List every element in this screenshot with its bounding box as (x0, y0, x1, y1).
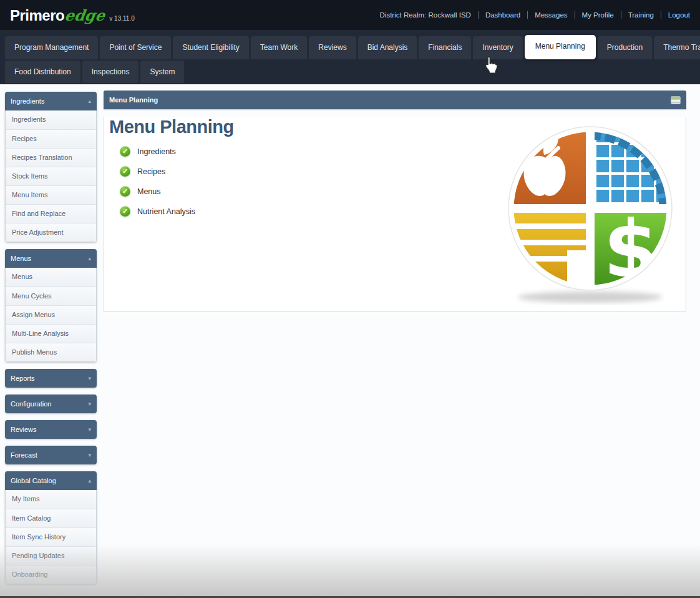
sidebar-section-configuration: Configuration ▾ (5, 395, 97, 413)
checklist-label: Nutrient Analysis (137, 207, 195, 216)
sidebar-item-menu-cycles[interactable]: Menu Cycles (6, 287, 96, 305)
sidebar-item-my-items[interactable]: My Items (6, 490, 96, 509)
separator (575, 11, 575, 19)
separator (527, 11, 528, 19)
sidebar-header-label: Forecast (11, 451, 37, 459)
separator (478, 11, 479, 19)
panel-title: Menu Planning (109, 96, 158, 104)
sidebar-header-global-catalog[interactable]: Global Catalog ▴ (5, 471, 97, 490)
sidebar-header-configuration[interactable]: Configuration ▾ (5, 395, 97, 413)
link-messages[interactable]: Messages (535, 11, 567, 19)
sidebar: Ingredients ▴ Ingredients Recipes Recipe… (5, 92, 97, 591)
sidebar-header-reviews[interactable]: Reviews ▾ (5, 420, 97, 439)
logo-text-primary: Primero (10, 7, 64, 24)
chevron-down-icon: ▾ (88, 375, 91, 381)
checklist-label: Ingredients (137, 147, 176, 156)
tab-student-eligibility[interactable]: Student Eligibility (173, 36, 248, 59)
sidebar-item-item-sync-history[interactable]: Item Sync History (6, 527, 96, 546)
sidebar-item-recipes-translation[interactable]: Recipes Translation (6, 148, 96, 167)
quadrant-logo-image: $ (502, 120, 678, 305)
checklist-label: Recipes (137, 167, 165, 176)
app-logo: Primero edge v 13.11.0 (10, 6, 135, 24)
check-icon: ✓ (120, 146, 130, 157)
sidebar-item-item-catalog[interactable]: Item Catalog (6, 509, 96, 527)
sidebar-header-ingredients[interactable]: Ingredients ▴ (5, 92, 97, 110)
sidebar-item-stock-items[interactable]: Stock Items (6, 167, 96, 185)
tab-financials[interactable]: Financials (419, 36, 471, 59)
sidebar-item-multi-line-analysis[interactable]: Multi-Line Analysis (6, 324, 96, 343)
sidebar-items: Ingredients Recipes Recipes Translation … (5, 110, 97, 242)
logo-text-accent: edge (64, 6, 106, 24)
menu-planning-logo: $ (502, 120, 678, 305)
logo-shadow (518, 292, 663, 303)
sidebar-section-reports: Reports ▾ (5, 369, 97, 388)
link-dashboard[interactable]: Dashboard (485, 11, 520, 19)
tab-team-work[interactable]: Team Work (251, 36, 307, 59)
link-my-profile[interactable]: My Profile (582, 11, 614, 19)
chevron-up-icon: ▴ (88, 98, 91, 104)
sidebar-header-menus[interactable]: Menus ▴ (5, 249, 97, 268)
module-nav: Program Management Point of Service Stud… (0, 30, 700, 84)
sidebar-item-menus[interactable]: Menus (6, 268, 96, 287)
sidebar-header-label: Reports (11, 375, 35, 382)
nav-row-2: Food Distribution Inspections System (5, 61, 700, 83)
separator (621, 11, 621, 19)
separator (661, 11, 661, 19)
sidebar-item-price-adjustment[interactable]: Price Adjustment (6, 223, 96, 242)
tab-inspections[interactable]: Inspections (82, 61, 139, 83)
sidebar-section-ingredients: Ingredients ▴ Ingredients Recipes Recipe… (5, 92, 97, 242)
chevron-down-icon: ▾ (88, 452, 91, 458)
sidebar-item-publish-menus[interactable]: Publish Menus (6, 343, 96, 361)
nav-row-1: Program Management Point of Service Stud… (5, 36, 700, 59)
content-panel: Menu Planning Menu Planning ✓ Ingredient… (104, 91, 686, 312)
sidebar-header-label: Reviews (11, 426, 37, 433)
tab-reviews[interactable]: Reviews (309, 36, 356, 59)
tab-food-distribution[interactable]: Food Distribution (5, 61, 80, 83)
panel-body: Menu Planning ✓ Ingredients ✓ Recipes ✓ … (104, 117, 686, 312)
sidebar-section-forecast: Forecast ▾ (5, 446, 97, 464)
tab-thermo-track[interactable]: Thermo Track (654, 36, 700, 59)
district-realm-label: District Realm: Rockwall ISD (380, 11, 471, 19)
link-logout[interactable]: Logout (668, 11, 690, 19)
sidebar-section-reviews: Reviews ▾ (5, 420, 97, 439)
chevron-down-icon: ▾ (88, 401, 91, 407)
sidebar-section-menus: Menus ▴ Menus Menu Cycles Assign Menus M… (5, 249, 97, 362)
top-bar: Primero edge v 13.11.0 District Realm: R… (0, 0, 700, 30)
sidebar-item-pending-updates[interactable]: Pending Updates (6, 546, 96, 565)
tab-inventory[interactable]: Inventory (473, 36, 522, 59)
sidebar-item-ingredients[interactable]: Ingredients (6, 110, 96, 129)
sidebar-item-find-and-replace[interactable]: Find and Replace (6, 204, 96, 223)
checklist-label: Menus (137, 187, 161, 196)
dollar-icon: $ (603, 203, 658, 295)
tab-production[interactable]: Production (598, 36, 652, 59)
check-icon: ✓ (120, 206, 130, 217)
check-icon: ✓ (120, 166, 130, 177)
sidebar-header-forecast[interactable]: Forecast ▾ (5, 446, 97, 464)
link-training[interactable]: Training (628, 11, 654, 19)
sidebar-header-label: Ingredients (11, 97, 44, 105)
table-icon[interactable] (671, 96, 681, 104)
tab-system[interactable]: System (140, 61, 184, 83)
sidebar-header-reports[interactable]: Reports ▾ (5, 369, 97, 388)
sidebar-item-recipes[interactable]: Recipes (6, 129, 96, 148)
sidebar-item-onboarding[interactable]: Onboarding (6, 565, 96, 584)
chevron-up-icon: ▴ (88, 478, 91, 484)
sidebar-header-label: Configuration (11, 400, 51, 408)
chevron-down-icon: ▾ (88, 426, 91, 433)
sidebar-item-menu-items[interactable]: Menu Items (6, 185, 96, 204)
tab-bid-analysis[interactable]: Bid Analysis (358, 36, 417, 59)
sidebar-header-label: Menus (11, 255, 31, 262)
tab-point-of-service[interactable]: Point of Service (100, 36, 171, 59)
version-label: v 13.11.0 (109, 15, 134, 22)
main-area: Ingredients ▴ Ingredients Recipes Recipe… (0, 84, 700, 598)
sidebar-items: My Items Item Catalog Item Sync History … (5, 490, 97, 584)
sidebar-item-assign-menus[interactable]: Assign Menus (6, 305, 96, 324)
sidebar-section-global-catalog: Global Catalog ▴ My Items Item Catalog I… (5, 471, 97, 584)
check-icon: ✓ (120, 186, 130, 197)
tab-menu-planning[interactable]: Menu Planning (525, 35, 596, 59)
panel-header: Menu Planning (104, 91, 686, 109)
sidebar-items: Menus Menu Cycles Assign Menus Multi-Lin… (5, 268, 97, 362)
chevron-up-icon: ▴ (88, 255, 91, 262)
top-links: District Realm: Rockwall ISD Dashboard M… (380, 11, 690, 19)
tab-program-management[interactable]: Program Management (5, 36, 98, 59)
